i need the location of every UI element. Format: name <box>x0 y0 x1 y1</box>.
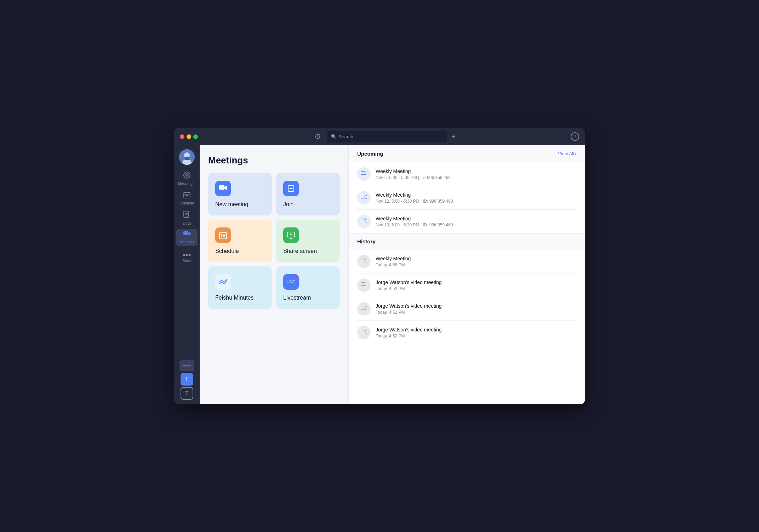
sidebar-item-messenger[interactable]: Messenger <box>176 169 198 188</box>
svg-rect-42 <box>361 330 365 333</box>
join-label: Join <box>283 201 333 208</box>
titlebar-right: ? <box>571 132 579 141</box>
help-button[interactable]: ? <box>571 132 579 141</box>
sidebar-label-meetings: Meetings <box>180 240 194 244</box>
table-row[interactable]: Jorge Watson's video meeting Today, 4:52… <box>357 321 576 344</box>
schedule-label: Schedule <box>215 248 265 254</box>
upcoming-list: Weekly Meeting Nov 5, 5:00 - 5:30 PM | I… <box>349 162 585 233</box>
search-placeholder: Search <box>339 134 353 139</box>
livestream-card[interactable]: LIVE Livestream <box>276 266 340 309</box>
meeting-name: Weekly Meeting <box>376 216 576 221</box>
svg-rect-36 <box>361 172 365 175</box>
sidebar: Messenger 29 Calendar <box>174 145 200 404</box>
table-row[interactable]: Jorge Watson's video meeting Today, 4:52… <box>357 297 576 321</box>
svg-rect-26 <box>219 232 227 239</box>
meeting-icon <box>357 215 371 228</box>
history-meeting-icon <box>357 255 371 268</box>
history-meeting-meta: Today, 4:52 PM <box>376 310 576 315</box>
table-row[interactable]: Jorge Watson's video meeting Today, 4:52… <box>357 273 576 297</box>
share-screen-card[interactable]: Share screen <box>276 220 340 262</box>
history-meeting-name: Weekly Meeting <box>376 256 576 261</box>
docs-icon <box>183 211 190 220</box>
svg-point-16 <box>183 254 185 256</box>
meeting-meta: Nov 5, 5:00 - 5:30 PM | ID: 996 359 460 <box>376 175 576 180</box>
meeting-name: Weekly Meeting <box>376 168 576 174</box>
sidebar-item-docs[interactable]: Docs <box>176 209 198 227</box>
svg-rect-41 <box>361 306 365 310</box>
history-list: Weekly Meeting Today, 4:58 PM Jorg <box>349 250 585 344</box>
calendar-icon: 29 <box>183 191 190 200</box>
right-panel: Upcoming View All › <box>348 145 585 404</box>
view-all-button[interactable]: View All › <box>558 151 576 156</box>
more-icon <box>183 250 191 258</box>
svg-point-20 <box>186 365 188 366</box>
add-button[interactable]: + <box>451 133 456 141</box>
meetings-icon <box>183 231 191 239</box>
svg-rect-39 <box>361 259 365 262</box>
sidebar-dots-button[interactable] <box>179 360 194 371</box>
minimize-button[interactable] <box>187 134 191 139</box>
app-window: ⏱ 🔍 Search + ? <box>174 128 585 404</box>
feishu-minutes-card[interactable]: Feishu Minutes <box>208 266 272 309</box>
svg-rect-11 <box>184 211 189 218</box>
history-meeting-name: Jorge Watson's video meeting <box>376 303 576 309</box>
titlebar: ⏱ 🔍 Search + ? <box>174 128 585 145</box>
table-row[interactable]: Weekly Meeting Nov 5, 5:00 - 5:30 PM | I… <box>357 162 576 186</box>
sidebar-label-docs: Docs <box>183 221 191 225</box>
join-card[interactable]: Join <box>276 173 340 215</box>
svg-point-17 <box>186 254 188 256</box>
svg-rect-37 <box>361 195 365 198</box>
upcoming-title: Upcoming <box>357 151 383 157</box>
history-meeting-meta: Today, 4:52 PM <box>376 286 576 291</box>
svg-point-21 <box>189 365 190 366</box>
new-meeting-card[interactable]: New meeting <box>208 173 272 215</box>
join-icon <box>283 181 299 196</box>
table-row[interactable]: Weekly Meeting Today, 4:58 PM <box>357 250 576 273</box>
history-meeting-name: Jorge Watson's video meeting <box>376 279 576 285</box>
svg-rect-40 <box>361 283 365 286</box>
traffic-lights <box>180 134 198 139</box>
history-meeting-name: Jorge Watson's video meeting <box>376 327 576 332</box>
sidebar-item-meetings[interactable]: Meetings <box>176 229 198 246</box>
meeting-icon <box>357 191 371 204</box>
history-header: History <box>349 233 585 250</box>
upcoming-header: Upcoming View All › <box>349 145 585 162</box>
close-button[interactable] <box>180 134 184 139</box>
sidebar-item-more[interactable]: More <box>176 248 198 265</box>
schedule-icon <box>215 227 231 243</box>
messenger-icon <box>183 171 191 181</box>
avatar[interactable] <box>179 149 195 165</box>
sidebar-item-calendar[interactable]: 29 Calendar <box>176 189 198 207</box>
meeting-name: Weekly Meeting <box>376 192 576 198</box>
history-button[interactable]: ⏱ <box>313 132 323 142</box>
table-row[interactable]: Weekly Meeting Nov 19, 5:00 - 5:30 PM | … <box>357 210 576 233</box>
meetings-panel: Meetings New meeting <box>200 145 348 404</box>
sidebar-user-t[interactable]: T <box>181 373 193 386</box>
action-grid: New meeting Join <box>208 173 340 309</box>
schedule-card[interactable]: Schedule <box>208 220 272 262</box>
history-meeting-meta: Today, 4:52 PM <box>376 334 576 339</box>
feishu-minutes-label: Feishu Minutes <box>215 295 265 301</box>
search-bar[interactable]: 🔍 Search <box>327 131 447 142</box>
maximize-button[interactable] <box>193 134 198 139</box>
svg-point-19 <box>183 365 185 366</box>
svg-rect-30 <box>221 235 222 237</box>
titlebar-center: ⏱ 🔍 Search + <box>202 131 566 142</box>
new-meeting-label: New meeting <box>215 201 265 208</box>
meeting-meta: Nov 12, 5:00 - 5:30 PM | ID: 996 359 460 <box>376 199 576 204</box>
livestream-label: Livestream <box>283 295 333 301</box>
svg-text:29: 29 <box>186 195 189 198</box>
meeting-meta: Nov 19, 5:00 - 5:30 PM | ID: 996 359 460 <box>376 222 576 227</box>
history-meeting-icon <box>357 278 371 292</box>
svg-rect-31 <box>223 235 225 237</box>
table-row[interactable]: Weekly Meeting Nov 12, 5:00 - 5:30 PM | … <box>357 186 576 210</box>
sidebar-label-more: More <box>183 259 191 263</box>
svg-rect-38 <box>361 219 365 222</box>
svg-point-18 <box>189 254 191 256</box>
history-meeting-icon <box>357 326 371 339</box>
meeting-icon <box>357 167 371 181</box>
share-screen-icon <box>283 227 299 243</box>
svg-rect-22 <box>219 185 224 190</box>
history-meeting-icon <box>357 302 371 316</box>
sidebar-account-t[interactable]: T <box>181 387 193 400</box>
